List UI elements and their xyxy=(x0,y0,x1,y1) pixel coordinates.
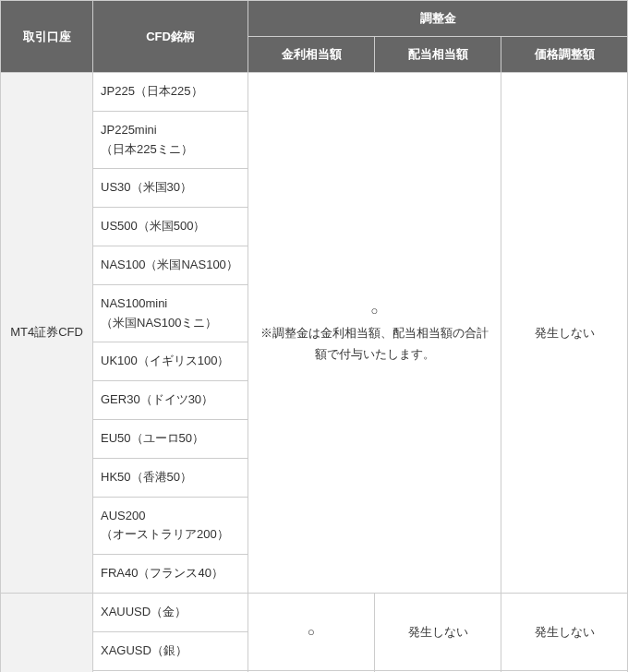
cfd-name-cell: HK50（香港50） xyxy=(93,458,248,497)
header-interest: 金利相当額 xyxy=(248,37,375,73)
cfd-name-cell: JP225（日本225） xyxy=(93,73,248,112)
cfd-name-cell: AUS200（オーストラリア200） xyxy=(93,497,248,555)
header-dividend: 配当相当額 xyxy=(375,37,501,73)
header-adjustment-group: 調整金 xyxy=(248,1,628,37)
account-cell: MT4商品CFD xyxy=(1,593,93,672)
account-cell: MT4証券CFD xyxy=(1,73,93,594)
cfd-name-cell: UK100（イギリス100） xyxy=(93,342,248,381)
cfd-name-cell: EU50（ユーロ50） xyxy=(93,419,248,458)
cfd-name-cell: NAS100mini（米国NAS100ミニ） xyxy=(93,284,248,342)
merged-cell: ○ xyxy=(248,593,375,670)
cfd-name-cell: NAS100（米国NAS100） xyxy=(93,246,248,284)
cfd-name-cell: US30（米国30） xyxy=(93,169,248,208)
table-row: MT4証券CFDJP225（日本225）○※調整金は金利相当額、配当相当額の合計… xyxy=(1,73,628,112)
merged-cell: 発生しない xyxy=(501,593,628,670)
cfd-name-cell: GER30（ドイツ30） xyxy=(93,381,248,420)
merged-cell: 発生しない xyxy=(501,73,628,594)
header-account: 取引口座 xyxy=(1,1,93,73)
merged-cell: ○※調整金は金利相当額、配当相当額の合計額で付与いたします。 xyxy=(248,73,501,594)
table-row: MT4商品CFDXAUUSD（金）○発生しない発生しない xyxy=(1,593,628,631)
cfd-name-cell: FRA40（フランス40） xyxy=(93,555,248,594)
cfd-name-cell: US500（米国500） xyxy=(93,208,248,246)
header-name: CFD銘柄 xyxy=(93,1,248,73)
cfd-name-cell: XAUUSD（金） xyxy=(93,593,248,631)
cfd-name-cell: XAGUSD（銀） xyxy=(93,631,248,670)
cfd-adjustment-table: 取引口座 CFD銘柄 調整金 金利相当額 配当相当額 価格調整額 MT4証券CF… xyxy=(0,0,628,672)
cfd-name-cell: JP225mini（日本225ミニ） xyxy=(93,111,248,169)
merged-cell: 発生しない xyxy=(375,593,501,670)
header-price: 価格調整額 xyxy=(501,37,628,73)
